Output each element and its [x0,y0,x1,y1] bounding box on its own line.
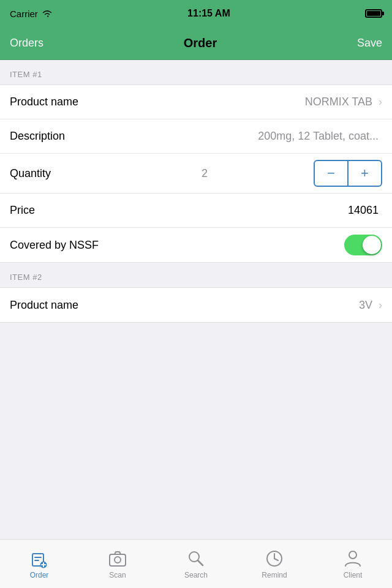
remind-icon [265,549,284,568]
scan-icon [108,549,127,568]
description-value: 200mg, 12 Tablet, coat... [96,130,382,143]
item1-label: ITEM #1 [10,70,42,79]
nav-bar: Orders Order Save [0,27,392,60]
status-bar: Carrier 11:15 AM [0,0,392,27]
quantity-decrease-button[interactable]: − [314,160,348,187]
nssf-row: Covered by NSSF [0,228,392,262]
item2-product-name-chevron: › [379,299,382,312]
back-button[interactable]: Orders [10,37,43,50]
tab-client[interactable]: Client [328,549,377,579]
price-value: 14061 [96,204,382,217]
quantity-row: Quantity 2 − + [0,154,392,194]
tab-remind[interactable]: Remind [250,549,299,579]
tab-client-label: Client [344,571,363,579]
nssf-label: Covered by NSSF [10,239,99,252]
tab-bar: Order Scan Search [0,539,392,588]
product-name-label: Product name [10,96,96,108]
status-time: 11:15 AM [187,8,230,19]
item2-section-header: ITEM #2 [0,263,392,287]
item1-form-group: Product name NORMIX TAB › Description 20… [0,85,392,263]
svg-point-13 [349,551,356,559]
item2-label: ITEM #2 [10,273,42,282]
tab-order[interactable]: Order [15,549,64,579]
price-label: Price [10,204,96,217]
item2-product-name-label: Product name [10,299,96,312]
tab-order-label: Order [30,571,49,579]
battery-indicator [365,9,382,18]
carrier-wifi: Carrier [10,9,53,19]
description-row: Description 200mg, 12 Tablet, coat... [0,119,392,154]
tab-search[interactable]: Search [172,549,221,579]
price-row: Price 14061 [0,194,392,228]
item1-section-header: ITEM #1 [0,60,392,85]
svg-line-12 [274,559,278,560]
quantity-increase-button[interactable]: + [348,160,382,187]
svg-point-7 [115,557,121,563]
svg-line-9 [198,560,203,565]
product-name-chevron: › [379,96,382,108]
nssf-toggle[interactable] [344,235,382,255]
quantity-controls: − + [314,160,382,187]
content-area: ITEM #1 Product name NORMIX TAB › Descri… [0,60,392,539]
save-button[interactable]: Save [357,37,382,50]
item2-product-name-value: 3V [96,299,376,312]
tab-remind-label: Remind [262,571,287,579]
quantity-label: Quantity [10,167,96,180]
item2-form-group: Product name 3V › [0,287,392,323]
tab-scan[interactable]: Scan [93,549,142,579]
svg-rect-6 [110,554,126,566]
product-name-value: NORMIX TAB [96,96,376,108]
description-label: Description [10,130,96,143]
carrier-label: Carrier [10,9,38,19]
order-icon [29,549,49,568]
search-icon [186,549,206,568]
tab-scan-label: Scan [109,571,126,579]
product-name-row[interactable]: Product name NORMIX TAB › [0,85,392,119]
item2-product-name-row[interactable]: Product name 3V › [0,288,392,322]
quantity-value: 2 [96,167,314,180]
tab-search-label: Search [184,571,208,579]
client-icon [343,549,363,568]
page-title: Order [184,36,217,50]
wifi-icon [42,9,53,18]
